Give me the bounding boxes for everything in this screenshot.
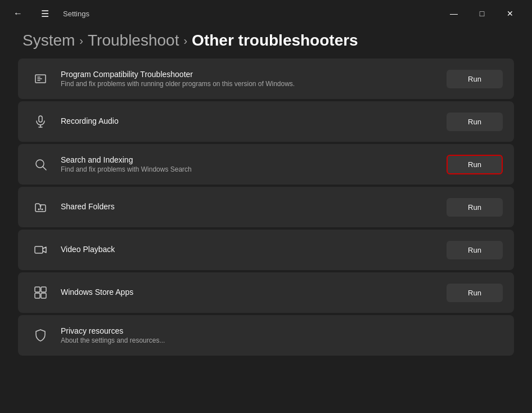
item-subtitle-program-compatibility: Find and fix problems with running older… (61, 80, 447, 88)
item-subtitle-privacy-resources: About the settings and resources... (61, 336, 503, 344)
item-title-windows-store-apps: Windows Store Apps (61, 288, 447, 297)
item-text-recording-audio: Recording Audio (61, 116, 447, 127)
run-button-windows-store-apps[interactable]: Run (447, 284, 503, 302)
troubleshooter-item-search-indexing: Search and Indexing Find and fix problem… (18, 144, 514, 185)
window-controls: — □ ✕ (441, 5, 523, 23)
program-icon (29, 68, 52, 90)
breadcrumb-sep-1: › (79, 34, 83, 47)
back-button[interactable]: ← (9, 5, 27, 23)
title-bar: ← ☰ Settings — □ ✕ (0, 0, 532, 27)
svg-point-7 (36, 160, 44, 168)
run-button-shared-folders[interactable]: Run (447, 198, 503, 217)
svg-rect-4 (39, 116, 42, 122)
svg-rect-17 (41, 293, 46, 298)
breadcrumb-current: Other troubleshooters (192, 32, 358, 50)
svg-rect-16 (35, 293, 40, 298)
title-bar-left: ← ☰ Settings (9, 5, 89, 23)
item-title-privacy-resources: Privacy resources (61, 326, 503, 335)
search-icon (29, 153, 52, 176)
item-text-privacy-resources: Privacy resources About the settings and… (61, 326, 503, 344)
content-area: Program Compatibility Troubleshooter Fin… (0, 59, 532, 411)
video-icon (29, 239, 52, 261)
item-subtitle-search-indexing: Find and fix problems with Windows Searc… (61, 165, 447, 173)
menu-button[interactable]: ☰ (36, 5, 54, 23)
svg-rect-13 (35, 246, 43, 253)
troubleshooter-item-program-compatibility: Program Compatibility Troubleshooter Fin… (18, 59, 514, 99)
item-text-program-compatibility: Program Compatibility Troubleshooter Fin… (61, 70, 447, 88)
breadcrumb: System › Troubleshoot › Other troublesho… (0, 27, 532, 59)
svg-rect-15 (41, 287, 46, 292)
run-button-program-compatibility[interactable]: Run (447, 70, 503, 88)
close-button[interactable]: ✕ (497, 5, 523, 23)
item-text-shared-folders: Shared Folders (61, 202, 447, 212)
run-button-recording-audio[interactable]: Run (447, 113, 503, 131)
svg-rect-14 (35, 287, 40, 292)
troubleshooter-item-recording-audio: Recording Audio Run (18, 101, 514, 142)
run-button-video-playback[interactable]: Run (447, 241, 503, 259)
window-title: Settings (63, 10, 89, 18)
shield-icon (29, 324, 52, 347)
troubleshooter-item-privacy-resources: Privacy resources About the settings and… (18, 315, 514, 356)
svg-point-10 (40, 205, 42, 207)
item-title-search-indexing: Search and Indexing (61, 155, 447, 164)
item-title-shared-folders: Shared Folders (61, 202, 447, 211)
svg-line-8 (43, 167, 47, 170)
breadcrumb-system[interactable]: System (22, 32, 75, 50)
item-title-recording-audio: Recording Audio (61, 116, 447, 125)
minimize-button[interactable]: — (441, 5, 467, 23)
item-text-windows-store-apps: Windows Store Apps (61, 288, 447, 298)
troubleshooter-item-windows-store-apps: Windows Store Apps Run (18, 272, 514, 313)
breadcrumb-sep-2: › (183, 34, 187, 47)
store-icon (29, 281, 52, 304)
troubleshooter-item-video-playback: Video Playback Run (18, 230, 514, 270)
run-button-search-indexing[interactable]: Run (447, 155, 503, 174)
shared-folder-icon (29, 196, 52, 218)
troubleshooter-item-shared-folders: Shared Folders Run (18, 187, 514, 227)
breadcrumb-troubleshoot[interactable]: Troubleshoot (88, 32, 179, 50)
item-text-search-indexing: Search and Indexing Find and fix problem… (61, 155, 447, 173)
item-title-video-playback: Video Playback (61, 245, 447, 254)
svg-point-12 (42, 209, 43, 210)
svg-point-11 (38, 209, 40, 210)
item-title-program-compatibility: Program Compatibility Troubleshooter (61, 70, 447, 79)
item-text-video-playback: Video Playback (61, 245, 447, 255)
mic-icon (29, 110, 52, 133)
maximize-button[interactable]: □ (469, 5, 495, 23)
